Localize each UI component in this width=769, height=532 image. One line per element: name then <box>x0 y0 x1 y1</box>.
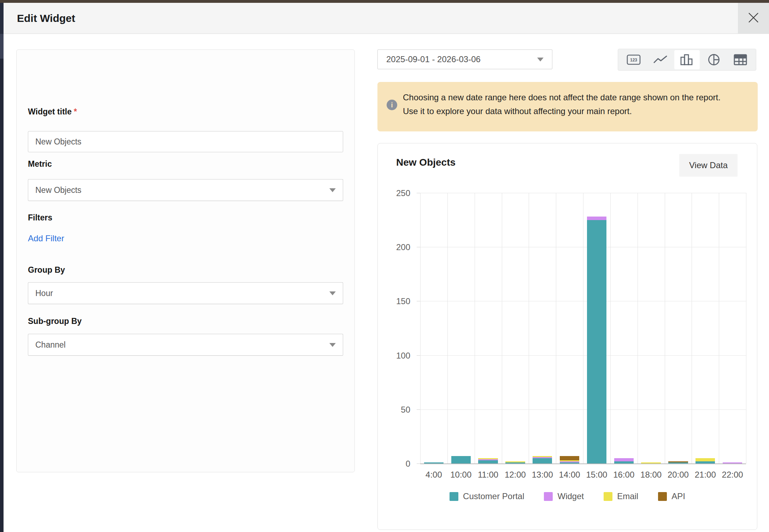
x-tick-label: 16:00 <box>610 470 638 480</box>
bar-segment[interactable] <box>533 456 552 457</box>
close-button[interactable] <box>738 3 769 34</box>
x-tick-label: 14:00 <box>556 470 583 480</box>
x-tick-label: 15:00 <box>583 470 610 480</box>
bar-segment[interactable] <box>695 461 715 463</box>
group-by-select[interactable]: Hour <box>28 282 343 304</box>
pie-chart-button[interactable] <box>701 50 727 69</box>
chart-preview-panel: New Objects View Data 050100150200250 4:… <box>377 143 757 530</box>
date-range-value: 2025-09-01 - 2026-03-06 <box>386 54 537 64</box>
bar-segment[interactable] <box>505 462 525 463</box>
chart-plot-wrap: 050100150200250 4:0010:0011:0012:0013:00… <box>420 193 746 463</box>
bar-segment[interactable] <box>478 460 498 463</box>
line-chart-button[interactable] <box>648 50 673 69</box>
legend-swatch <box>604 492 612 501</box>
x-tick-label: 21:00 <box>692 470 719 480</box>
bar-segment[interactable] <box>641 462 661 463</box>
y-axis-tick <box>417 355 420 356</box>
date-range-select[interactable]: 2025-09-01 - 2026-03-06 <box>377 49 552 69</box>
metric-select[interactable]: New Objects <box>28 179 343 201</box>
group-by-label: Group By <box>28 265 65 275</box>
bar-segment[interactable] <box>560 460 579 461</box>
add-filter-link[interactable]: Add Filter <box>28 234 64 243</box>
date-range-notice: i Choosing a new date range here does no… <box>377 82 758 131</box>
notice-text: Choosing a new date range here does not … <box>403 90 721 118</box>
bar-segment[interactable] <box>560 461 579 462</box>
svg-text:123: 123 <box>630 58 637 63</box>
bar-segment[interactable] <box>451 456 471 463</box>
bar-segment[interactable] <box>695 458 715 461</box>
bar-chart-button[interactable] <box>674 50 700 69</box>
bar-segment[interactable] <box>424 462 444 463</box>
chart-legend: Customer PortalWidgetEmailAPI <box>378 491 757 501</box>
plot-area <box>420 193 746 463</box>
table-view-button[interactable] <box>728 50 753 69</box>
sub-group-by-select[interactable]: Channel <box>28 334 343 356</box>
x-tick-label: 18:00 <box>638 470 665 480</box>
bar-segment[interactable] <box>478 458 498 459</box>
x-tick-label: 11:00 <box>475 470 502 480</box>
y-axis-tick <box>417 193 420 193</box>
gridline <box>719 193 719 463</box>
bar-segment[interactable] <box>478 459 498 460</box>
chevron-down-icon <box>329 343 336 347</box>
number-view-icon: 123 <box>627 54 641 65</box>
bar-segment[interactable] <box>668 462 688 463</box>
info-icon: i <box>387 100 397 110</box>
pie-chart-icon <box>708 53 720 66</box>
gridline <box>447 193 448 463</box>
gridline <box>692 193 692 463</box>
dialog-title: Edit Widget <box>17 12 75 24</box>
chevron-down-icon <box>329 188 336 192</box>
bar-segment[interactable] <box>723 462 742 463</box>
legend-item[interactable]: Widget <box>544 491 584 501</box>
gridline <box>420 193 421 463</box>
legend-label: Widget <box>557 491 584 501</box>
y-axis-tick <box>417 247 420 247</box>
gridline <box>420 463 746 464</box>
legend-swatch <box>450 492 458 501</box>
number-view-button[interactable]: 123 <box>621 50 646 69</box>
table-view-icon <box>734 54 747 65</box>
sub-group-by-label: Sub-group By <box>28 317 82 326</box>
bar-segment[interactable] <box>614 458 634 461</box>
sub-group-by-select-value: Channel <box>35 340 329 350</box>
metric-label: Metric <box>28 159 52 169</box>
y-axis-labels: 050100150200250 <box>378 193 414 463</box>
y-tick-label: 250 <box>375 188 410 198</box>
x-axis-labels: 4:0010:0011:0012:0013:0014:0015:0016:001… <box>420 470 746 484</box>
legend-swatch <box>658 492 667 501</box>
y-tick-label: 100 <box>375 351 410 361</box>
legend-item[interactable]: API <box>658 491 685 501</box>
chevron-down-icon <box>537 58 544 61</box>
gridline <box>529 193 529 463</box>
legend-label: Customer Portal <box>463 491 524 501</box>
bar-segment[interactable] <box>560 456 579 460</box>
bar-segment[interactable] <box>533 458 552 463</box>
legend-swatch <box>544 492 553 501</box>
bar-segment[interactable] <box>587 220 606 463</box>
x-tick-label: 12:00 <box>502 470 529 480</box>
x-tick-label: 22:00 <box>719 470 746 480</box>
y-tick-label: 0 <box>375 459 410 469</box>
y-tick-label: 50 <box>375 405 410 415</box>
legend-item[interactable]: Email <box>604 491 638 501</box>
view-data-button[interactable]: View Data <box>679 154 738 177</box>
widget-settings-panel: Widget title* Metric New Objects Filters… <box>16 49 355 472</box>
legend-item[interactable]: Customer Portal <box>450 491 524 501</box>
required-asterisk: * <box>74 107 77 116</box>
bar-chart-icon <box>680 54 694 66</box>
widget-title-label: Widget title* <box>28 107 77 117</box>
dialog-header: Edit Widget <box>4 3 769 34</box>
y-axis-tick <box>417 463 420 464</box>
bar-segment[interactable] <box>614 461 634 463</box>
bar-segment[interactable] <box>587 217 606 220</box>
bar-segment[interactable] <box>560 462 579 463</box>
edit-widget-dialog: Edit Widget Widget title* Metric New Obj… <box>0 0 769 532</box>
filters-label: Filters <box>28 213 52 223</box>
bar-segment[interactable] <box>668 461 688 462</box>
x-tick-label: 10:00 <box>447 470 475 480</box>
chart-title: New Objects <box>396 157 456 168</box>
widget-title-input[interactable] <box>28 131 343 152</box>
bar-segment[interactable] <box>533 457 552 458</box>
bar-segment[interactable] <box>505 461 525 462</box>
